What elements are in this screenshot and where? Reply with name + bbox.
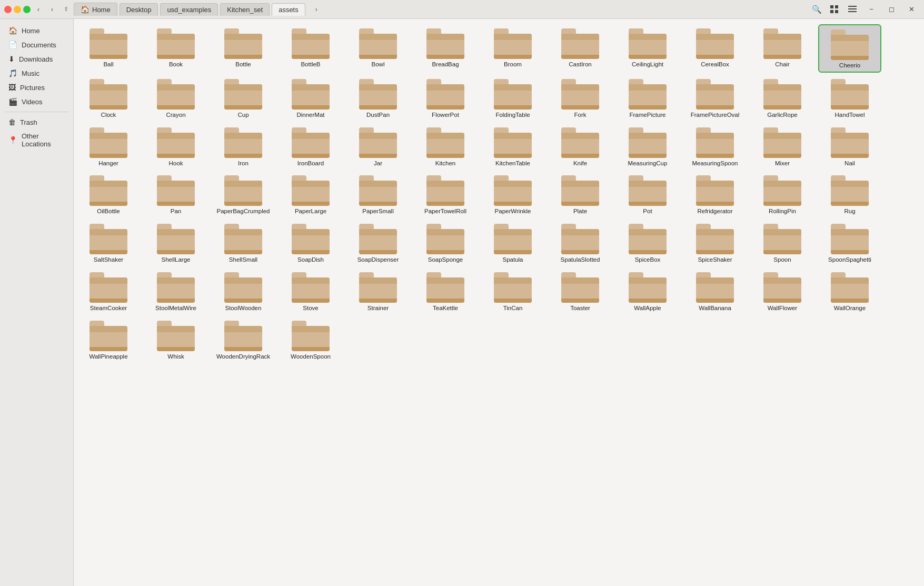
folder-item[interactable]: SpatulaSlotted — [549, 220, 612, 266]
folder-item[interactable]: Stove — [279, 268, 342, 314]
folder-item[interactable]: PaperSmall — [346, 171, 410, 217]
folder-item[interactable]: WallBanana — [683, 268, 747, 314]
folder-item[interactable]: WallFlower — [751, 268, 814, 314]
grid-view-button[interactable] — [827, 2, 842, 17]
folder-item[interactable]: OilBottle — [77, 171, 140, 217]
folder-item[interactable]: Book — [144, 24, 207, 73]
folder-item[interactable]: WallApple — [616, 268, 679, 314]
folder-item[interactable]: SpoonSpaghetti — [818, 220, 881, 266]
folder-item[interactable]: DinnerMat — [279, 75, 342, 121]
tab-kitchen_set[interactable]: Kitchen_set — [220, 3, 270, 16]
window-close[interactable]: ✕ — [903, 2, 920, 17]
folder-item[interactable]: Chair — [751, 24, 814, 73]
sidebar-item-home[interactable]: 🏠Home — [2, 24, 71, 37]
folder-item[interactable]: SpiceBox — [616, 220, 679, 266]
folder-item[interactable]: PaperBagCrumpled — [212, 171, 275, 217]
tab-home[interactable]: 🏠Home — [74, 3, 117, 16]
sidebar-item-downloads[interactable]: ⬇Downloads — [2, 52, 71, 66]
folder-item[interactable]: Knife — [549, 123, 612, 170]
folder-item[interactable]: SoapSponge — [414, 220, 477, 266]
sidebar-item-videos[interactable]: 🎬Videos — [2, 95, 71, 108]
up-button[interactable]: ⇧ — [60, 4, 72, 15]
folder-item[interactable]: PaperWrinkle — [481, 171, 544, 217]
folder-item[interactable]: CastIron — [549, 24, 612, 73]
sidebar-item-trash[interactable]: 🗑Trash — [2, 115, 71, 129]
folder-item[interactable]: GarlicRope — [751, 75, 814, 121]
folder-item[interactable]: Crayon — [144, 75, 207, 121]
folder-item[interactable]: TinCan — [481, 268, 544, 314]
folder-item[interactable]: Spoon — [751, 220, 814, 266]
folder-item[interactable]: SteamCooker — [77, 268, 140, 314]
folder-item[interactable]: MeasuringSpoon — [683, 123, 747, 170]
folder-item[interactable]: BreadBag — [414, 24, 477, 73]
folder-item[interactable]: ShellLarge — [144, 220, 207, 266]
file-grid-container[interactable]: BallBookBottleBottleBBowlBreadBagBroomCa… — [74, 19, 924, 586]
folder-item[interactable]: Kitchen — [414, 123, 477, 170]
list-view-button[interactable] — [845, 2, 860, 17]
folder-item[interactable]: Refridgerator — [683, 171, 747, 217]
folder-item[interactable]: StoolWooden — [212, 268, 275, 314]
folder-item[interactable]: Nail — [818, 123, 881, 170]
sidebar-item-other-locations[interactable]: 📍Other Locations — [2, 130, 71, 151]
folder-item[interactable]: PaperTowelRoll — [414, 171, 477, 217]
folder-item[interactable]: CerealBox — [683, 24, 747, 73]
folder-item[interactable]: Mixer — [751, 123, 814, 170]
tab-assets[interactable]: assets — [272, 3, 305, 16]
back-button[interactable]: ‹ — [33, 4, 44, 15]
folder-item[interactable]: SoapDispenser — [346, 220, 410, 266]
window-restore[interactable]: ◻ — [883, 2, 900, 17]
window-minimize[interactable]: − — [863, 2, 880, 17]
folder-item[interactable]: CeilingLight — [616, 24, 679, 73]
folder-item[interactable]: Cheerio — [818, 24, 881, 73]
folder-item[interactable]: TeaKettle — [414, 268, 477, 314]
folder-item[interactable]: FramePicture — [616, 75, 679, 121]
close-button[interactable] — [4, 6, 12, 13]
folder-item[interactable]: Toaster — [549, 268, 612, 314]
sidebar-item-pictures[interactable]: 🖼Pictures — [2, 81, 71, 94]
folder-item[interactable]: Clock — [77, 75, 140, 121]
folder-item[interactable]: Plate — [549, 171, 612, 217]
folder-item[interactable]: FramePictureOval — [683, 75, 747, 121]
folder-item[interactable]: PaperLarge — [279, 171, 342, 217]
folder-item[interactable]: FoldingTable — [481, 75, 544, 121]
folder-item[interactable]: SaltShaker — [77, 220, 140, 266]
folder-item[interactable]: SpiceShaker — [683, 220, 747, 266]
tab-desktop[interactable]: Desktop — [120, 3, 158, 16]
folder-item[interactable]: BottleB — [279, 24, 342, 73]
folder-item[interactable]: IronBoard — [279, 123, 342, 170]
maximize-button[interactable] — [23, 6, 31, 13]
folder-item[interactable]: WoodenSpoon — [279, 316, 342, 363]
folder-item[interactable]: Strainer — [346, 268, 410, 314]
folder-item[interactable]: Cup — [212, 75, 275, 121]
folder-item[interactable]: Broom — [481, 24, 544, 73]
folder-item[interactable]: Fork — [549, 75, 612, 121]
folder-item[interactable]: Hook — [144, 123, 207, 170]
minimize-button[interactable] — [14, 6, 21, 13]
folder-item[interactable]: Bottle — [212, 24, 275, 73]
folder-item[interactable]: Iron — [212, 123, 275, 170]
search-button[interactable]: 🔍 — [809, 2, 824, 17]
folder-item[interactable]: HandTowel — [818, 75, 881, 121]
sidebar-item-documents[interactable]: 📄Documents — [2, 38, 71, 52]
folder-item[interactable]: KitchenTable — [481, 123, 544, 170]
forward-button[interactable]: › — [46, 4, 58, 15]
sidebar-item-music[interactable]: 🎵Music — [2, 66, 71, 80]
folder-item[interactable]: Rug — [818, 171, 881, 217]
folder-item[interactable]: DustPan — [346, 75, 410, 121]
folder-item[interactable]: Hanger — [77, 123, 140, 170]
folder-item[interactable]: Whisk — [144, 316, 207, 363]
tab-scroll-right[interactable]: › — [311, 4, 322, 15]
folder-item[interactable]: WallOrange — [818, 268, 881, 314]
folder-item[interactable]: Pan — [144, 171, 207, 217]
tab-usd_examples[interactable]: usd_examples — [160, 3, 218, 16]
folder-item[interactable]: WallPineapple — [77, 316, 140, 363]
folder-item[interactable]: MeasuringCup — [616, 123, 679, 170]
folder-item[interactable]: Pot — [616, 171, 679, 217]
folder-item[interactable]: Spatula — [481, 220, 544, 266]
folder-item[interactable]: Bowl — [346, 24, 410, 73]
folder-item[interactable]: SoapDish — [279, 220, 342, 266]
folder-item[interactable]: StoolMetalWire — [144, 268, 207, 314]
folder-item[interactable]: WoodenDryingRack — [212, 316, 275, 363]
folder-item[interactable]: Ball — [77, 24, 140, 73]
folder-item[interactable]: FlowerPot — [414, 75, 477, 121]
